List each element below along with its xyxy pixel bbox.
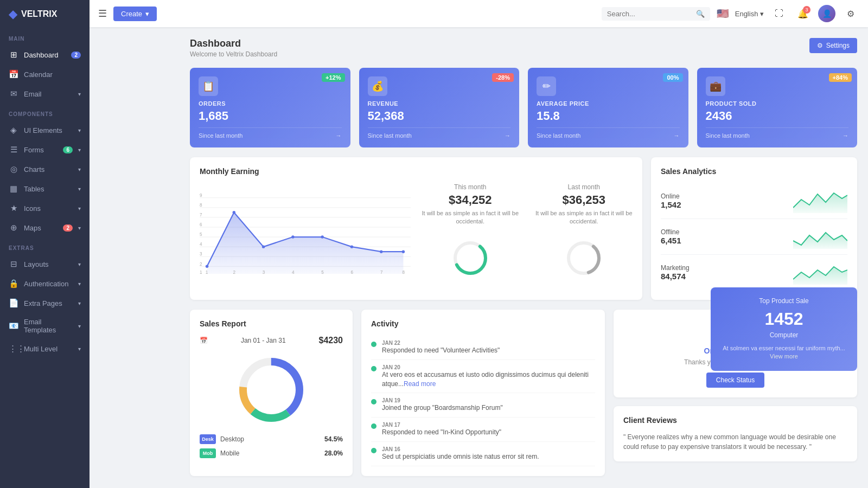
online-value: 1,542 — [661, 200, 793, 209]
settings-button[interactable]: ⚙ Settings — [809, 38, 857, 53]
chart-area: 9 8 7 6 5 4 3 2 1 — [200, 183, 633, 282]
activity-dot — [371, 342, 376, 347]
svg-point-24 — [380, 250, 382, 253]
avg-price-label: AVERAGE PRICE — [537, 100, 680, 107]
extra-pages-icon: 📄 — [9, 298, 18, 308]
search-box[interactable]: 🔍 — [602, 7, 710, 21]
donut-svg — [451, 239, 489, 277]
email-templates-icon: 📧 — [9, 321, 18, 331]
page-title: Dashboard — [190, 38, 277, 49]
product-sold-footer-text: Since last month — [706, 132, 750, 139]
svg-point-18 — [206, 265, 208, 268]
stat-card-product-sold: +84% 💼 PRODUCT SOLD 2436 Since last mont… — [697, 68, 858, 147]
sidebar-item-label: UI Elements — [24, 126, 73, 134]
sidebar-item-label: Email Templates — [24, 318, 73, 334]
stat-card-average-price: 00% ✏ AVERAGE PRICE 15.8 Since last mont… — [528, 68, 688, 147]
revenue-footer: Since last month → — [368, 127, 511, 139]
offline-value: 6,451 — [661, 236, 793, 245]
create-chevron-icon: ▾ — [145, 10, 149, 18]
sidebar-item-ui-elements[interactable]: ◈ UI Elements ▾ — [0, 120, 90, 140]
svg-text:4: 4 — [292, 270, 295, 275]
last-month-donut — [565, 239, 603, 277]
sidebar-item-email-templates[interactable]: 📧 Email Templates ▾ — [0, 313, 90, 339]
chevron-down-icon: ▾ — [78, 323, 81, 329]
sidebar-item-maps[interactable]: ⊕ Maps 2 ▾ — [0, 218, 90, 237]
settings-icon-button[interactable]: ⚙ — [842, 5, 859, 22]
search-input[interactable] — [607, 10, 693, 18]
svg-text:9: 9 — [200, 193, 202, 198]
sidebar-item-label: Email — [24, 90, 73, 98]
sidebar-item-label: Extra Pages — [24, 299, 73, 307]
sidebar-item-layouts[interactable]: ⊟ Layouts ▾ — [0, 254, 90, 274]
this-month-desc: It will be as simple as in fact it will … — [422, 209, 519, 226]
chevron-down-icon: ▾ — [78, 91, 81, 97]
avatar-initials: 👤 — [822, 9, 832, 18]
last-month-stat: Last month $36,253 It will be as simple … — [535, 183, 633, 226]
analytics-online: Online 1,542 — [661, 183, 847, 219]
activity-text: At vero eos et accusamus et iusto odio d… — [382, 370, 595, 389]
svg-text:3: 3 — [263, 270, 265, 275]
client-reviews-card: Client Reviews " Everyone realizes why a… — [614, 406, 857, 461]
stat-cards-row: +12% 📋 ORDERS 1,685 Since last month → -… — [190, 68, 857, 147]
line-chart: 9 8 7 6 5 4 3 2 1 — [200, 183, 411, 282]
activity-dot — [371, 399, 376, 404]
activity-text: Sed ut perspiciatis unde omnis iste natu… — [382, 452, 539, 461]
avg-price-value: 15.8 — [537, 109, 680, 123]
list-item: JAN 20 At vero eos et accusamus et iusto… — [371, 360, 595, 394]
fullscreen-button[interactable]: ⛶ — [770, 5, 788, 22]
revenue-value: 52,368 — [368, 109, 511, 123]
user-avatar[interactable]: 👤 — [818, 5, 835, 22]
sidebar-item-calendar[interactable]: 📅 Calendar — [0, 65, 90, 84]
sidebar-section-main: MAIN — [0, 28, 90, 45]
product-sold-icon: 💼 — [706, 76, 725, 96]
product-sold-badge: +84% — [829, 73, 852, 82]
tables-icon: ▦ — [9, 184, 18, 194]
list-item: JAN 17 Responded to need "In-Kind Opport… — [371, 418, 595, 442]
email-icon: ✉ — [9, 89, 18, 99]
activity-date: JAN 22 — [382, 340, 500, 346]
icons-icon: ★ — [9, 203, 18, 213]
last-month-desc: It will be as simple as in fact it will … — [535, 209, 633, 226]
sidebar-item-charts[interactable]: ◎ Charts ▾ — [0, 159, 90, 179]
avg-price-badge: 00% — [663, 73, 682, 82]
sidebar-item-multi-level[interactable]: ⋮⋮ Multi Level ▾ — [0, 339, 90, 358]
sidebar-item-extra-pages[interactable]: 📄 Extra Pages ▾ — [0, 293, 90, 313]
activity-text: Responded to need "In-Kind Opportunity" — [382, 428, 501, 437]
top-product-name: Computer — [720, 331, 847, 339]
product-sold-footer: Since last month → — [706, 127, 849, 139]
desktop-dot: Desk — [200, 434, 216, 444]
gear-icon: ⚙ — [817, 42, 823, 49]
topbar: ☰ Create ▾ 🔍 🇺🇸 English ▾ ⛶ 🔔 3 👤 ⚙ — [90, 0, 868, 27]
forms-icon: ☰ — [9, 145, 18, 155]
sidebar-item-authentication[interactable]: 🔒 Authentication ▾ — [0, 274, 90, 293]
sidebar-item-email[interactable]: ✉ Email ▾ — [0, 84, 90, 104]
page-subtitle: Welcome to Veltrix Dashboard — [190, 50, 277, 58]
sidebar-item-icons[interactable]: ★ Icons ▾ — [0, 198, 90, 218]
notifications-button[interactable]: 🔔 3 — [794, 5, 812, 22]
sidebar-item-dashboard[interactable]: ⊞ Dashboard 2 — [0, 45, 90, 65]
sidebar-item-label: Maps — [24, 224, 58, 232]
read-more-link[interactable]: Read more — [404, 380, 436, 388]
activity-content: JAN 22 Responded to need "Volunteer Acti… — [382, 340, 500, 355]
sidebar-item-label: Calendar — [24, 70, 81, 79]
maps-icon: ⊕ — [9, 223, 18, 233]
sidebar-item-label: Charts — [24, 165, 73, 174]
hamburger-icon[interactable]: ☰ — [98, 8, 107, 20]
activity-text: Joined the group "Boardsmanship Forum" — [382, 403, 503, 413]
svg-point-23 — [350, 245, 353, 248]
this-month-label: This month — [422, 183, 519, 191]
activity-dot — [371, 448, 376, 453]
fullscreen-icon: ⛶ — [775, 9, 783, 18]
check-status-button[interactable]: Check Status — [706, 373, 764, 388]
view-more-link[interactable]: View more — [770, 353, 798, 359]
list-item: JAN 22 Responded to need "Volunteer Acti… — [371, 336, 595, 360]
activity-card: Activity JAN 22 Responded to need "Volun… — [361, 310, 605, 476]
analytics-online-label: Online 1,542 — [661, 192, 793, 209]
language-selector[interactable]: English ▾ — [735, 10, 764, 18]
sidebar-item-forms[interactable]: ☰ Forms 6 ▾ — [0, 140, 90, 159]
sidebar-item-tables[interactable]: ▦ Tables ▾ — [0, 179, 90, 198]
create-button[interactable]: Create ▾ — [113, 7, 157, 21]
svg-point-19 — [233, 211, 235, 214]
list-item: JAN 19 Joined the group "Boardsmanship F… — [371, 393, 595, 418]
analytics-offline: Offline 6,451 — [661, 219, 847, 255]
